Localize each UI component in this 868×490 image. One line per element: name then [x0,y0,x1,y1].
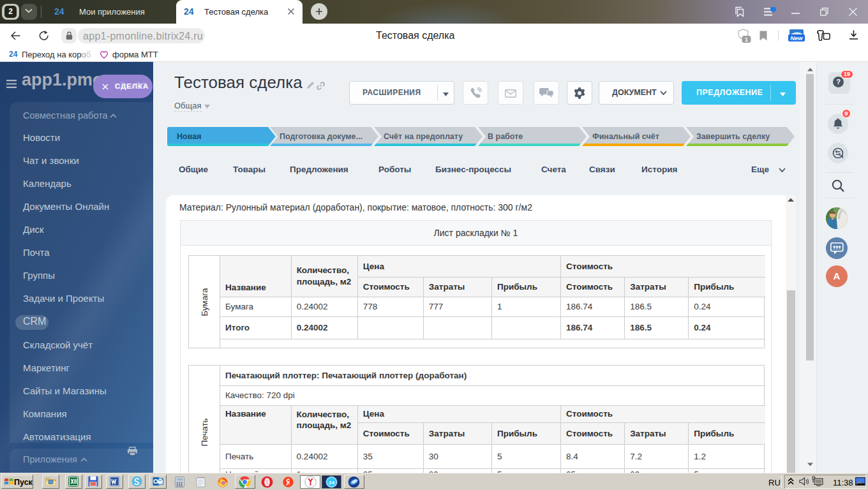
svg-text:New: New [790,34,803,41]
svg-text:24: 24 [329,480,334,486]
svg-text:1: 1 [745,36,748,43]
